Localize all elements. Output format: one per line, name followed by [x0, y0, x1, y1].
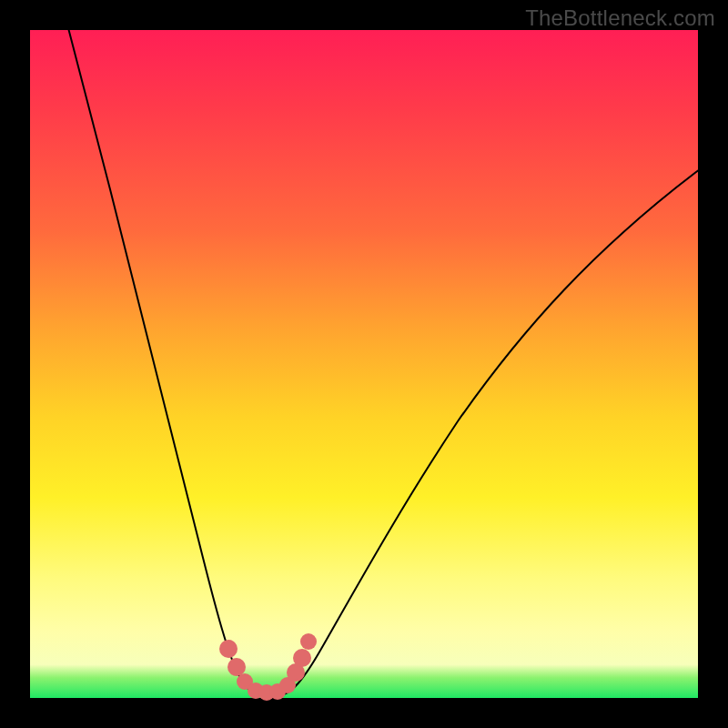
trough-marker: [228, 658, 246, 676]
plot-area: [30, 30, 698, 698]
chart-stage: TheBottleneck.com: [0, 0, 728, 728]
curve-left-arm: [66, 21, 259, 695]
watermark-text: TheBottleneck.com: [525, 5, 715, 31]
trough-marker: [219, 640, 238, 658]
trough-marker: [300, 633, 317, 650]
trough-marker: [293, 649, 311, 667]
curve-right-arm: [281, 167, 703, 695]
bottleneck-curve: [30, 30, 698, 698]
